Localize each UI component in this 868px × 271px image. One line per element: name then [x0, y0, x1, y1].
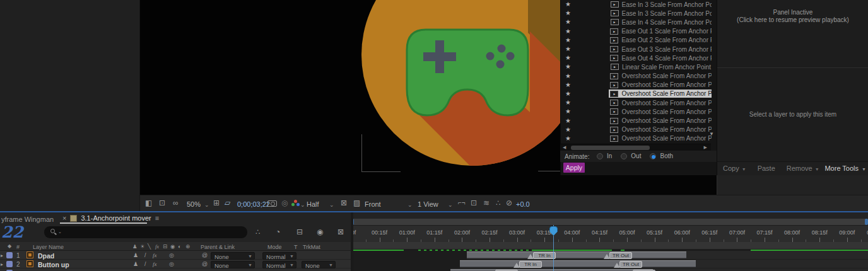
scroll-down-icon[interactable]: ▼	[709, 131, 714, 137]
expand-arrow-icon[interactable]: ▸	[1, 253, 3, 258]
view-options-icon[interactable]: ∞	[173, 199, 179, 207]
always-preview-icon[interactable]: ◧	[145, 199, 152, 207]
favorite-star-icon[interactable]: ★	[565, 118, 572, 124]
favorite-star-icon[interactable]: ★	[565, 82, 572, 88]
comp-mini-flowchart-icon[interactable]: ∴	[255, 228, 261, 236]
show-channels-icon[interactable]	[291, 200, 300, 207]
preset-item[interactable]: ★▸Ease In 3 Scale From Anchor Poi	[561, 0, 712, 9]
radio-icon[interactable]	[650, 153, 656, 159]
radio-icon[interactable]	[597, 153, 603, 159]
parent-dropdown[interactable]: None▼	[211, 252, 255, 260]
preset-item[interactable]: ★▸Overshoot Scale From Anchor Po	[561, 107, 712, 116]
favorite-star-icon[interactable]: ★	[565, 55, 572, 61]
column-t[interactable]: T	[294, 244, 298, 250]
time-ruler[interactable]: 00f00:15f01:00f01:15f02:00f02:15f03:00f0…	[353, 225, 868, 242]
transparency-grid-icon[interactable]: ▨	[353, 199, 360, 207]
column-trkmat[interactable]: TrkMat	[303, 244, 320, 250]
resolution-chevron-icon[interactable]: ⌄	[329, 200, 334, 209]
animate-option-both[interactable]: Both	[650, 153, 673, 159]
favorite-star-icon[interactable]: ★	[565, 37, 572, 43]
column-parent-link[interactable]: Parent & Link	[201, 244, 235, 250]
region-of-interest-icon[interactable]: ▱	[225, 199, 230, 207]
shy-icon[interactable]: ♟	[133, 261, 138, 267]
favorite-star-icon[interactable]: ★	[565, 19, 573, 25]
column-mode[interactable]: Mode	[267, 244, 282, 250]
magnification-value[interactable]: 50%	[187, 200, 201, 209]
layer-row[interactable]	[0, 268, 351, 271]
horizontal-scrollbar[interactable]: ◀ ▶	[560, 144, 711, 151]
pickwhip-icon[interactable]: @	[202, 261, 208, 267]
work-area-bar[interactable]	[353, 242, 868, 250]
pickwhip-icon[interactable]: @	[202, 252, 208, 258]
table-timeline-divider[interactable]	[351, 212, 353, 271]
layer-name[interactable]: Dpad	[38, 252, 54, 260]
grid-guides-icon[interactable]: ⊞	[213, 199, 220, 207]
panel-inactive-message[interactable]: Panel Inactive (Click here to resume pre…	[717, 9, 868, 24]
parent-dropdown[interactable]: None▼	[211, 261, 255, 268]
layer-marker-badge[interactable]: TR In	[533, 252, 556, 259]
adjustment-layer-icon[interactable]: ◐	[178, 243, 181, 250]
scroll-left-icon[interactable]: ◀	[563, 145, 566, 150]
preset-item[interactable]: ★▸Linear Scale From Anchor Point	[561, 62, 712, 71]
channels-chevron-icon[interactable]: ⌄	[300, 200, 305, 209]
3d-layer-icon[interactable]: ⊕	[185, 243, 190, 250]
preset-item[interactable]: ★▸Overshoot Scale From Anchor Po	[561, 134, 712, 143]
favorite-star-icon[interactable]: ★	[565, 108, 572, 115]
layer-marker-badge[interactable]: TR Out	[609, 252, 632, 259]
scrollbar-thumb[interactable]	[571, 146, 650, 150]
search-chevron-icon[interactable]: ⌄	[58, 229, 62, 234]
time-navigator[interactable]	[351, 219, 868, 225]
show-snapshot-icon[interactable]: ◎	[281, 199, 288, 207]
column-layer-name[interactable]: Layer Name	[33, 244, 64, 250]
current-time-display[interactable]: 22	[1, 223, 23, 241]
layer-duration-bar[interactable]: TR InTR Out	[467, 251, 686, 258]
layer-marker-badge[interactable]: TR Out	[619, 261, 642, 268]
frame-blend-icon[interactable]: ⊟	[163, 243, 167, 250]
switch-icon[interactable]: ◎	[169, 252, 174, 258]
mini-flowchart-icon[interactable]: ∴	[496, 199, 501, 207]
exposure-value[interactable]: +0.0	[516, 200, 530, 209]
animate-option-out[interactable]: Out	[621, 153, 641, 159]
expand-arrow-icon[interactable]: ▸	[1, 262, 3, 267]
preset-item[interactable]: ★▸Overshoot Scale From Anchor Po	[561, 81, 712, 89]
preset-item[interactable]: ★▸Ease Out 4 Scale From Anchor Po	[561, 54, 712, 62]
favorite-star-icon[interactable]: ★	[565, 136, 572, 142]
favorite-star-icon[interactable]: ★	[565, 100, 572, 106]
preset-item[interactable]: ★▸Ease Out 3 Scale From Anchor Po	[561, 45, 712, 54]
shy-icon[interactable]: ♟	[132, 243, 138, 250]
preset-item[interactable]: ★▸Overshoot Scale From Anchor Po	[561, 116, 712, 125]
favorite-star-icon[interactable]: ★	[565, 46, 572, 52]
paste-button[interactable]: Paste	[754, 164, 778, 173]
preset-list[interactable]: ★▸Ease In 3 Scale From Anchor Poi★▸Ease …	[561, 0, 712, 144]
graph-editor-icon[interactable]: ⊠	[337, 228, 344, 236]
favorite-star-icon[interactable]: ★	[565, 64, 573, 70]
view-layout-chevron-icon[interactable]: ⌄	[448, 200, 453, 209]
resolution-value[interactable]: Half	[307, 200, 319, 209]
apply-button[interactable]: Apply	[563, 163, 585, 173]
view-chevron-icon[interactable]: ⌄	[408, 200, 413, 209]
navigator-end-handle[interactable]	[865, 219, 868, 225]
trkmat-dropdown[interactable]: None▼	[302, 261, 336, 268]
preset-item[interactable]: ★▸Overshoot Scale From Anchor Po	[561, 72, 712, 81]
pixel-aspect-icon[interactable]: ⊡	[471, 199, 477, 207]
preset-item[interactable]: ★▸Overshoot Scale From Anchor Po	[561, 98, 712, 107]
label-color-swatch[interactable]	[6, 261, 13, 267]
preset-item[interactable]: ★▸Ease In 4 Scale From Anchor Poi	[561, 18, 712, 26]
radio-icon[interactable]	[621, 153, 627, 159]
blend-mode-dropdown[interactable]: Normal▼	[262, 261, 296, 268]
quality-icon[interactable]: /	[144, 261, 146, 267]
switch-icon[interactable]: ◎	[169, 261, 174, 267]
preview-panel[interactable]: Panel Inactive (Click here to resume pre…	[717, 0, 868, 175]
animate-option-in[interactable]: In	[597, 153, 612, 159]
favorite-star-icon[interactable]: ★	[565, 1, 573, 8]
favorite-star-icon[interactable]: ★	[565, 91, 572, 97]
monitor-icon[interactable]: ⊡	[159, 199, 165, 207]
preset-item[interactable]: ★▸Ease Out 2 Scale From Anchor Po	[561, 36, 712, 45]
close-icon[interactable]: ×	[62, 214, 66, 222]
favorite-star-icon[interactable]: ★	[565, 73, 572, 79]
share-view-icon[interactable]: ⌐¬	[458, 199, 466, 207]
shy-icon[interactable]: ♟	[133, 252, 138, 258]
panel-menu-icon[interactable]: ≡	[155, 214, 159, 222]
label-tag-icon[interactable]: ◆	[8, 243, 11, 249]
quality-icon[interactable]: /	[144, 252, 146, 258]
